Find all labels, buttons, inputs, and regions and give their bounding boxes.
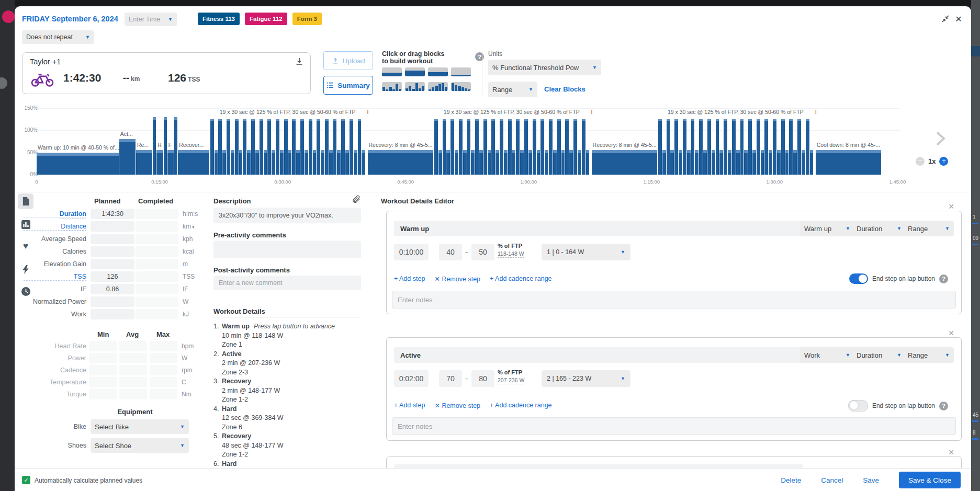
end-step-lap-toggle[interactable]	[849, 273, 868, 284]
step-type-dropdown[interactable]: Warm up▼	[800, 221, 854, 236]
workout-block-preset[interactable]	[451, 67, 471, 76]
step-type-dropdown[interactable]: Work▼	[800, 347, 854, 363]
completed-value-input[interactable]	[136, 296, 178, 307]
auto-calc-checkbox[interactable]: ✓	[22, 476, 30, 484]
close-icon[interactable]: ✕	[953, 14, 964, 24]
mode-dropdown[interactable]: Duration▼	[852, 347, 906, 363]
chevron-down-icon[interactable]: ▾	[191, 225, 194, 230]
completed-value-input[interactable]	[136, 234, 178, 244]
chevron-right-icon[interactable]	[934, 131, 946, 146]
select-shoe-dropdown[interactable]: Select Shoe ▼	[91, 438, 189, 453]
chart-segment[interactable]: Recovery: 8 min @ 45-5...	[592, 106, 657, 175]
repeat-dropdown[interactable]: Does not repeat ▼	[22, 30, 94, 44]
section-title-input[interactable]: Active	[394, 347, 803, 363]
metric-value-input[interactable]	[119, 365, 147, 375]
workout-duration[interactable]: 1:42:30	[63, 72, 101, 84]
chart-segment[interactable]: 19 x 30 sec @ 125 % of FTP, 30 sec @ 50-…	[210, 106, 366, 175]
planned-value-input[interactable]	[91, 221, 134, 232]
workout-block-preset[interactable]	[451, 82, 471, 91]
decrease-repeats-button[interactable]: −	[916, 157, 925, 166]
step-duration-input[interactable]: 0:02:00	[394, 370, 429, 387]
add-cadence-link[interactable]: + Add cadence range	[490, 275, 552, 283]
planned-value-input[interactable]: 1:42:30	[91, 209, 134, 219]
metric-value-input[interactable]	[150, 353, 177, 363]
workout-title[interactable]: Taylor +1	[30, 58, 61, 66]
completed-value-input[interactable]	[136, 284, 178, 294]
remove-step-link[interactable]: ✕ Remove step	[434, 275, 480, 283]
workout-block-preset[interactable]	[428, 82, 448, 91]
workout-block-preset[interactable]	[428, 67, 448, 76]
range-dropdown[interactable]: Range▼	[904, 347, 954, 363]
workout-tss[interactable]: 126	[168, 72, 186, 84]
metric-value-input[interactable]	[119, 377, 147, 387]
completed-value-input[interactable]	[136, 259, 178, 269]
completed-value-input[interactable]	[136, 246, 178, 257]
planned-value-input[interactable]	[91, 246, 134, 257]
intensity-to-input[interactable]: 80	[471, 370, 494, 387]
chart-segment[interactable]: Act...	[119, 106, 136, 175]
cancel-button[interactable]: Cancel	[821, 476, 843, 484]
mode-dropdown[interactable]: Duration▼	[852, 221, 906, 236]
intensity-from-input[interactable]: 70	[439, 370, 462, 387]
tab-details[interactable]	[18, 193, 33, 209]
add-step-link[interactable]: + Add step	[394, 275, 425, 283]
workout-date[interactable]: FRIDAY September 6, 2024	[22, 15, 118, 23]
chart-segment[interactable]	[164, 106, 167, 175]
enter-time-dropdown[interactable]: Enter Time ▼	[125, 13, 177, 26]
chart-segment[interactable]: 19 x 30 sec @ 125 % of FTP, 30 sec @ 50-…	[658, 106, 814, 175]
upload-button[interactable]: Upload	[323, 51, 373, 70]
metric-value-input[interactable]	[150, 389, 177, 399]
save-close-button[interactable]: Save & Close	[899, 472, 961, 488]
completed-value-input[interactable]	[136, 209, 178, 219]
chart-segment[interactable]: Re...	[136, 106, 152, 175]
close-section-icon[interactable]: ✕	[947, 448, 955, 456]
completed-value-input[interactable]	[136, 309, 178, 319]
planned-value-input[interactable]	[91, 309, 134, 319]
post-activity-input[interactable]: Enter a new comment	[213, 276, 361, 290]
collapse-icon[interactable]	[940, 14, 951, 24]
intensity-from-input[interactable]: 40	[439, 244, 462, 260]
workout-distance[interactable]: --	[123, 73, 129, 83]
planned-value-input[interactable]	[91, 296, 134, 307]
help-icon[interactable]: ?	[475, 52, 484, 61]
metric-label[interactable]: Duration	[24, 210, 86, 218]
chart-segment[interactable]: F	[167, 106, 174, 175]
zone-dropdown[interactable]: 2 | 165 - 223 W▼	[542, 370, 630, 387]
planned-value-input[interactable]	[91, 234, 134, 244]
add-step-link[interactable]: + Add step	[394, 402, 425, 409]
metric-value-input[interactable]	[89, 341, 117, 351]
chart-segment[interactable]	[174, 106, 177, 175]
description-input[interactable]: 3x20x30"/30" to improve your VO2max.	[213, 208, 361, 223]
metric-value-input[interactable]	[150, 377, 177, 387]
metric-value-input[interactable]	[119, 341, 147, 351]
intensity-to-input[interactable]: 50	[471, 244, 494, 260]
workout-block-preset[interactable]	[405, 82, 425, 91]
step-notes-input[interactable]: Enter notes	[392, 291, 956, 309]
help-icon[interactable]: ?	[939, 275, 948, 283]
range-dropdown[interactable]: Range▼	[904, 221, 954, 236]
metric-value-input[interactable]	[89, 365, 117, 375]
select-bike-dropdown[interactable]: Select Bike ▼	[91, 419, 189, 434]
chart-segment[interactable]: Cool down: 8 min @ 45-...	[816, 106, 881, 175]
help-icon[interactable]: ?	[939, 402, 948, 410]
metric-value-input[interactable]	[119, 389, 147, 399]
metric-value-input[interactable]	[150, 341, 177, 351]
metric-value-input[interactable]	[89, 389, 117, 399]
close-section-icon[interactable]: ✕	[947, 329, 955, 337]
completed-value-input[interactable]	[136, 221, 178, 232]
range-dropdown[interactable]: Range ▼	[488, 82, 537, 97]
clear-blocks-link[interactable]: Clear Blocks	[544, 85, 585, 93]
metric-value-input[interactable]	[150, 365, 177, 375]
zone-dropdown[interactable]: 1 | 0 - 164 W▼	[542, 244, 630, 260]
metric-value-input[interactable]	[119, 353, 147, 363]
pre-activity-input[interactable]	[213, 241, 361, 258]
add-cadence-link[interactable]: + Add cadence range	[490, 402, 552, 409]
workout-block-preset[interactable]	[382, 67, 402, 76]
workout-block-preset[interactable]	[382, 82, 402, 91]
units-dropdown[interactable]: % Functional Threshold Pow ▼	[488, 60, 601, 75]
remove-step-link[interactable]: ✕ Remove step	[434, 402, 480, 409]
delete-button[interactable]: Delete	[781, 476, 801, 484]
metric-label[interactable]: TSS	[24, 273, 86, 281]
metric-label[interactable]: Distance	[24, 223, 86, 231]
workout-block-preset[interactable]	[405, 67, 425, 76]
